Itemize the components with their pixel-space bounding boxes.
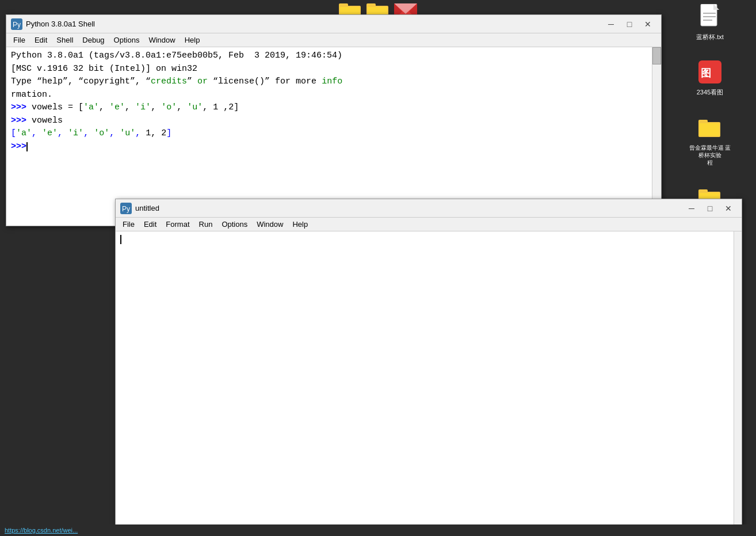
shell-scrollbar-thumb[interactable]: [652, 47, 661, 64]
editor-scrollbar[interactable]: [734, 231, 742, 532]
shell-close-btn[interactable]: ✕: [639, 17, 656, 31]
desktop-icon-2345[interactable]: 图 2345看图: [687, 58, 733, 96]
shell-menubar: File Edit Shell Debug Options Window Hel…: [6, 33, 661, 47]
desktop-icon-folder1[interactable]: 曾金霖最牛逼 蓝桥杯实验程: [687, 114, 733, 166]
txt-file-icon: [700, 4, 720, 29]
editor-minimize-btn[interactable]: ─: [683, 202, 700, 215]
shell-titlebar: Py Python 3.8.0a1 Shell ─ □ ✕: [6, 15, 661, 33]
shell-menu-options[interactable]: Options: [109, 33, 144, 47]
shell-window-controls: ─ □ ✕: [602, 17, 656, 31]
svg-rect-19: [700, 123, 719, 136]
shell-line-1: Python 3.8.0a1 (tags/v3.8.0a1:e75eeb00b5…: [11, 50, 650, 63]
svg-text:Py: Py: [13, 21, 21, 29]
editor-close-btn[interactable]: ✕: [720, 202, 737, 215]
shell-line-8: >>>: [11, 140, 650, 154]
editor-text-cursor: [120, 235, 121, 244]
editor-menu-edit[interactable]: Edit: [139, 218, 161, 231]
desktop: 蓝桥杯.txt 图 2345看图 曾金霖最牛逼 蓝桥杯实验程: [0, 0, 756, 536]
shell-menu-help[interactable]: Help: [180, 33, 205, 47]
shell-menu-edit[interactable]: Edit: [30, 33, 52, 47]
editor-window-controls: ─ □ ✕: [683, 202, 737, 215]
desktop-icon-txt[interactable]: 蓝桥杯.txt: [687, 3, 733, 41]
editor-menubar: File Edit Format Run Options Window Help: [116, 218, 742, 231]
editor-title-left: Py untitled: [120, 203, 159, 214]
shell-minimize-btn[interactable]: ─: [602, 17, 620, 31]
shell-menu-shell[interactable]: Shell: [52, 33, 78, 47]
editor-menu-options[interactable]: Options: [217, 218, 252, 231]
shell-title: Python 3.8.0a1 Shell: [26, 20, 95, 28]
shell-line-3: Type “help”, “copyright”, “credits” or “…: [11, 75, 650, 89]
status-bar: https://blog.csdn.net/wei...: [0, 524, 756, 536]
editor-title: untitled: [135, 204, 159, 212]
svg-text:图: 图: [701, 67, 711, 79]
status-url: https://blog.csdn.net/wei...: [5, 527, 78, 534]
shell-menu-debug[interactable]: Debug: [78, 33, 109, 47]
editor-content-area[interactable]: [116, 231, 742, 532]
editor-window: Py untitled ─ □ ✕ File Edit Format Run O…: [115, 199, 742, 533]
shell-line-7: ['a', 'e', 'i', 'o', 'u', 1, 2]: [11, 127, 650, 140]
editor-maximize-btn[interactable]: □: [701, 202, 719, 215]
svg-text:Py: Py: [122, 205, 130, 213]
shell-line-6: >>> vowels: [11, 115, 650, 128]
shell-window: Py Python 3.8.0a1 Shell ─ □ ✕ File Edit …: [6, 14, 662, 226]
shell-menu-file[interactable]: File: [9, 33, 30, 47]
shell-menu-window[interactable]: Window: [144, 33, 180, 47]
app-2345-label: 2345看图: [697, 88, 723, 96]
editor-menu-help[interactable]: Help: [288, 218, 312, 231]
editor-menu-format[interactable]: Format: [161, 218, 194, 231]
python-icon: Py: [11, 18, 22, 30]
app-2345-icon: 图: [698, 60, 721, 83]
editor-menu-run[interactable]: Run: [194, 218, 217, 231]
editor-python-icon: Py: [120, 203, 132, 214]
shell-title-left: Py Python 3.8.0a1 Shell: [11, 18, 95, 30]
shell-line-2: [MSC v.1916 32 bit (Intel)] on win32: [11, 63, 650, 76]
folder1-icon: [698, 117, 721, 138]
editor-menu-window[interactable]: Window: [252, 218, 288, 231]
txt-icon-label: 蓝桥杯.txt: [696, 33, 724, 41]
shell-line-4: rmation.: [11, 89, 650, 102]
editor-titlebar: Py untitled ─ □ ✕: [116, 199, 742, 218]
shell-maximize-btn[interactable]: □: [621, 17, 638, 31]
shell-line-5: >>> vowels = ['a', 'e', 'i', 'o', 'u', 1…: [11, 101, 650, 115]
editor-menu-file[interactable]: File: [118, 218, 139, 231]
folder1-label: 曾金霖最牛逼 蓝桥杯实验程: [687, 144, 733, 166]
